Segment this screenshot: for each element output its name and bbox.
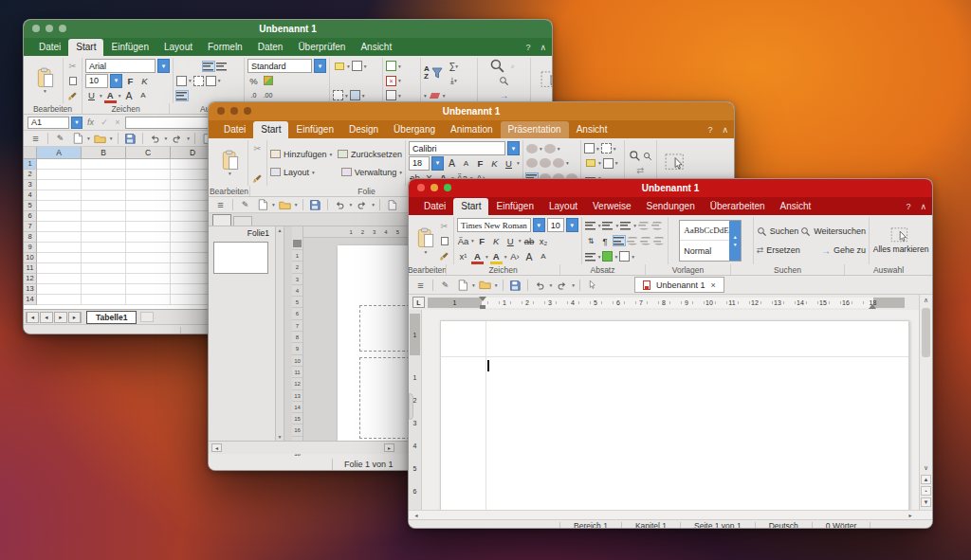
- grid-cell[interactable]: [126, 222, 171, 232]
- underline-button[interactable]: U: [504, 234, 517, 247]
- row-header[interactable]: 12: [24, 274, 37, 284]
- calc-ribbon-tab[interactable]: Datei: [31, 39, 68, 56]
- edit-mode-icon[interactable]: ✎: [438, 278, 452, 292]
- next-page-button[interactable]: ▼: [921, 497, 931, 507]
- bold-button[interactable]: F: [476, 234, 488, 247]
- font-size-dropdown-icon[interactable]: ▼: [110, 74, 122, 88]
- status-segment[interactable]: Kapitel 1: [622, 522, 681, 530]
- character-case-button[interactable]: Äa: [457, 234, 469, 247]
- numbered-list-icon[interactable]: [602, 221, 614, 230]
- scroll-right-icon[interactable]: ▸: [384, 443, 394, 452]
- paste-icon[interactable]: [222, 150, 239, 171]
- cell-style-icon[interactable]: [206, 76, 216, 86]
- grid-cell[interactable]: [82, 211, 126, 222]
- indent-icon[interactable]: [229, 91, 241, 100]
- navigation-button[interactable]: •: [921, 486, 931, 496]
- align-center-icon[interactable]: [190, 91, 201, 100]
- grid-cell[interactable]: [82, 180, 126, 190]
- grid-cell[interactable]: [126, 201, 171, 211]
- writer-horizontal-ruler[interactable]: L 1 12345678910111213141516 18 ∧: [409, 295, 932, 310]
- zoom-icon[interactable]: [444, 184, 451, 191]
- outline-list-icon[interactable]: [620, 221, 632, 230]
- currency-format-icon[interactable]: [262, 74, 274, 87]
- impress-ribbon-tab[interactable]: Datei: [216, 121, 253, 138]
- grid-cell[interactable]: [126, 211, 171, 222]
- align-bottom-icon[interactable]: [203, 62, 214, 71]
- writer-ribbon-tab[interactable]: Sendungen: [639, 198, 703, 215]
- grid-cell[interactable]: [126, 243, 171, 253]
- row-header[interactable]: 11: [24, 263, 37, 274]
- status-segment[interactable]: Deutsch: [756, 522, 813, 530]
- tab-stop-selector[interactable]: L: [412, 297, 425, 308]
- row-header[interactable]: 8: [24, 232, 37, 243]
- goto-icon[interactable]: →: [500, 90, 509, 100]
- subscript-button[interactable]: x₂: [538, 234, 550, 247]
- calc-ribbon-tab[interactable]: Formeln: [200, 39, 250, 56]
- column-header[interactable]: B: [82, 147, 126, 159]
- align-left-icon[interactable]: [176, 91, 188, 100]
- redo-icon[interactable]: [355, 198, 369, 212]
- grid-cell[interactable]: [82, 170, 126, 180]
- font-size-combo[interactable]: 10: [85, 74, 108, 88]
- function-wizard-icon[interactable]: fx: [84, 117, 97, 127]
- slide-layout-button[interactable]: Layout▾: [270, 168, 315, 177]
- writer-ribbon-tab[interactable]: Ansicht: [773, 198, 819, 215]
- fill-down-icon[interactable]: ⤓▾: [448, 75, 460, 86]
- document-page[interactable]: [440, 320, 909, 512]
- italic-button[interactable]: K: [490, 234, 503, 247]
- align-left-icon[interactable]: [614, 236, 625, 245]
- number-format-combo[interactable]: Standard: [247, 59, 312, 73]
- edit-mode-icon[interactable]: ✎: [238, 198, 252, 212]
- scroll-down-icon[interactable]: ▼: [278, 434, 283, 440]
- writer-ribbon-tab[interactable]: Layout: [541, 198, 585, 215]
- display-views-icon[interactable]: [385, 198, 399, 212]
- impress-ribbon-tab[interactable]: Einfügen: [288, 121, 340, 138]
- row-header[interactable]: 3: [24, 180, 37, 190]
- sheet-tab[interactable]: Tabelle1: [86, 311, 137, 324]
- cut-icon[interactable]: ✂: [251, 141, 264, 154]
- grid-cell[interactable]: [37, 253, 82, 263]
- grid-cell[interactable]: [82, 190, 126, 201]
- grid-cell[interactable]: [82, 274, 126, 284]
- font-name-dropdown-icon[interactable]: ▼: [157, 59, 170, 73]
- row-header[interactable]: 10: [24, 253, 37, 263]
- calc-ribbon-tab[interactable]: Start: [68, 39, 103, 56]
- column-header[interactable]: A: [37, 147, 82, 159]
- row-header[interactable]: 5: [24, 201, 37, 211]
- bold-button[interactable]: F: [124, 74, 137, 87]
- shape-fill-icon[interactable]: [584, 156, 596, 170]
- grid-cell[interactable]: [37, 284, 82, 295]
- calc-titlebar[interactable]: Unbenannt 1: [24, 20, 552, 38]
- align-vcenter-icon[interactable]: [190, 62, 201, 71]
- writer-ribbon-tab[interactable]: Überarbeiten: [703, 198, 773, 215]
- align-top-icon[interactable]: [176, 62, 188, 71]
- slides-panel-tab[interactable]: [212, 214, 231, 226]
- add-decimal-icon[interactable]: .0: [247, 89, 260, 102]
- slide-thumbnail[interactable]: [213, 242, 268, 274]
- writer-horizontal-scrollbar[interactable]: ◂ ▸: [409, 510, 932, 519]
- grid-cell[interactable]: [37, 263, 82, 274]
- redo-icon[interactable]: [170, 132, 184, 146]
- shape-line-icon[interactable]: [603, 158, 614, 169]
- paste-dropdown-icon[interactable]: ▾: [44, 88, 46, 94]
- strikethrough-button[interactable]: ab: [523, 234, 536, 247]
- right-indent-marker[interactable]: [869, 304, 876, 309]
- zoom-out-icon[interactable]: [643, 152, 652, 161]
- menu-icon[interactable]: ≡: [213, 198, 228, 212]
- scroll-left-icon[interactable]: ◂: [211, 443, 222, 452]
- percent-format-button[interactable]: %: [247, 74, 260, 87]
- previous-sheet-icon[interactable]: ◂: [40, 312, 53, 323]
- previous-page-button[interactable]: ▲: [921, 475, 931, 484]
- calc-ribbon-tab[interactable]: Überprüfen: [290, 39, 353, 56]
- menu-icon[interactable]: ≡: [413, 278, 428, 292]
- row-header[interactable]: 1: [24, 159, 37, 170]
- row-header[interactable]: 2: [24, 170, 37, 180]
- align-right-icon[interactable]: [640, 236, 651, 245]
- open-icon[interactable]: [93, 132, 107, 146]
- bold-button[interactable]: F: [474, 156, 486, 170]
- help-icon[interactable]: ?: [906, 202, 910, 211]
- menu-icon[interactable]: ≡: [28, 132, 43, 146]
- calc-ribbon-tab[interactable]: Einfügen: [103, 39, 156, 56]
- insert-shape-icon[interactable]: [584, 143, 595, 154]
- font-color-dropdown-icon[interactable]: ▾: [119, 93, 121, 99]
